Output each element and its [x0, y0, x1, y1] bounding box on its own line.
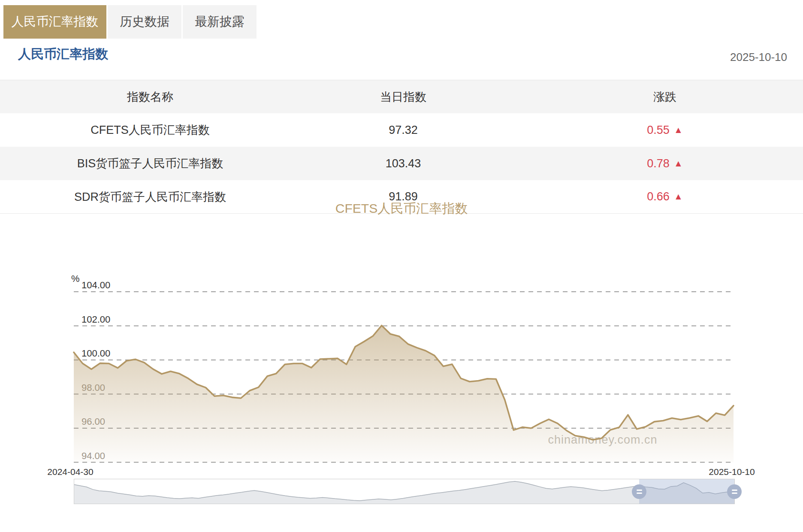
index-table: 指数名称 当日指数 涨跌 CFETS人民币汇率指数97.320.55▲BIS货币…: [0, 80, 803, 214]
tab-rmb-exchange-rate-index[interactable]: 人民币汇率指数: [3, 5, 106, 39]
table-body: CFETS人民币汇率指数97.320.55▲BIS货币篮子人民币汇率指数103.…: [0, 113, 803, 214]
change-value: 0.55: [647, 124, 670, 136]
tab-label: 历史数据: [120, 13, 169, 30]
index-change-cell: 0.55▲: [506, 124, 803, 137]
tab-latest-disclosure[interactable]: 最新披露: [183, 5, 257, 39]
rmb-index-page: 人民币汇率指数历史数据最新披露 人民币汇率指数 2025-10-10 指数名称 …: [0, 0, 803, 532]
index-change-cell: 0.78▲: [506, 157, 803, 170]
tab-label: 人民币汇率指数: [12, 13, 99, 30]
change-value: 0.78: [647, 157, 670, 170]
up-triangle-icon: ▲: [674, 125, 683, 135]
y-axis-tick-label: 100.00: [82, 348, 110, 359]
range-navigator[interactable]: [74, 479, 735, 504]
index-value-cell: 97.32: [300, 124, 506, 137]
navigator-selection[interactable]: [639, 479, 734, 504]
col-header-change: 涨跌: [506, 89, 803, 105]
x-axis-label-start: 2024-04-30: [32, 467, 109, 477]
y-axis-tick-label: 102.00: [82, 314, 110, 325]
page-title: 人民币汇率指数: [18, 45, 108, 63]
table-row: BIS货币篮子人民币汇率指数103.430.78▲: [0, 147, 803, 180]
navigator-handle-left[interactable]: [632, 484, 646, 499]
chart-title: CFETS人民币汇率指数: [0, 200, 803, 218]
navigator-handle-right[interactable]: [727, 484, 742, 499]
x-axis-label-end: 2025-10-10: [693, 467, 770, 477]
tab-history-data[interactable]: 历史数据: [108, 5, 181, 39]
index-name-cell: BIS货币篮子人民币汇率指数: [0, 156, 300, 171]
y-axis-unit-label: %: [71, 273, 80, 284]
tab-label: 最新披露: [195, 13, 245, 30]
page-date: 2025-10-10: [730, 51, 787, 64]
index-value-cell: 103.43: [300, 157, 506, 170]
index-name-cell: CFETS人民币汇率指数: [0, 122, 300, 138]
y-axis-tick-label: 104.00: [82, 280, 110, 290]
table-row: CFETS人民币汇率指数97.320.55▲: [0, 113, 803, 147]
table-header-row: 指数名称 当日指数 涨跌: [0, 80, 803, 113]
up-triangle-icon: ▲: [674, 158, 683, 168]
col-header-daily-index: 当日指数: [300, 89, 506, 105]
col-header-index-name: 指数名称: [0, 89, 300, 105]
tab-bar: 人民币汇率指数历史数据最新披露: [3, 5, 257, 39]
